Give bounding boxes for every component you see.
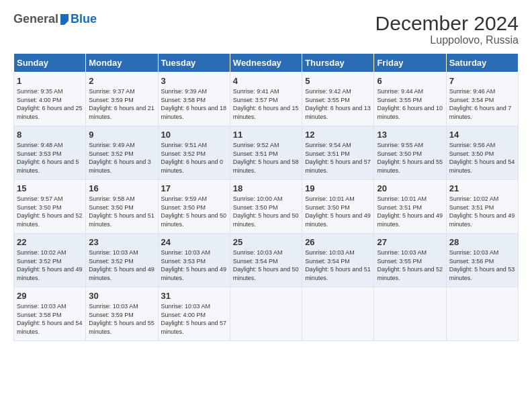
title-area: December 2024 Luppolovo, Russia [375, 12, 519, 46]
logo: General Blue [13, 12, 97, 26]
day-number: 10 [161, 130, 227, 140]
calendar-cell [230, 287, 302, 341]
day-number: 29 [17, 291, 83, 301]
day-number: 12 [305, 130, 371, 140]
cell-info: Sunrise: 9:55 AMSunset: 3:50 PMDaylight:… [377, 142, 443, 174]
calendar-cell: 21Sunrise: 10:02 AMSunset: 3:51 PMDaylig… [446, 180, 518, 234]
page-subtitle: Luppolovo, Russia [375, 34, 519, 46]
day-number: 16 [89, 183, 154, 193]
cell-info: Sunrise: 10:02 AMSunset: 3:52 PMDaylight… [17, 249, 83, 281]
col-header-tuesday: Tuesday [158, 54, 230, 73]
calendar-cell [302, 287, 374, 341]
col-header-thursday: Thursday [302, 54, 374, 73]
cell-info: Sunrise: 10:02 AMSunset: 3:51 PMDaylight… [449, 195, 515, 228]
day-number: 24 [161, 237, 227, 247]
week-row-2: 8Sunrise: 9:48 AMSunset: 3:53 PMDaylight… [14, 126, 519, 180]
day-number: 27 [377, 237, 443, 247]
day-number: 18 [233, 183, 299, 193]
cell-info: Sunrise: 10:01 AMSunset: 3:50 PMDaylight… [305, 195, 371, 228]
day-number: 13 [377, 130, 443, 140]
calendar-cell: 18Sunrise: 10:00 AMSunset: 3:50 PMDaylig… [230, 180, 302, 234]
cell-info: Sunrise: 10:03 AMSunset: 3:53 PMDaylight… [161, 249, 227, 281]
calendar-cell: 14Sunrise: 9:56 AMSunset: 3:50 PMDayligh… [446, 126, 518, 180]
cell-info: Sunrise: 9:37 AMSunset: 3:59 PMDaylight:… [89, 88, 154, 120]
logo-general: General [13, 12, 58, 26]
col-header-monday: Monday [86, 54, 158, 73]
day-number: 3 [161, 76, 227, 86]
cell-info: Sunrise: 9:57 AMSunset: 3:50 PMDaylight:… [17, 195, 83, 228]
cell-info: Sunrise: 10:00 AMSunset: 3:50 PMDaylight… [233, 195, 299, 228]
cell-info: Sunrise: 10:03 AMSunset: 3:58 PMDaylight… [17, 303, 83, 335]
day-number: 20 [377, 183, 443, 193]
cell-info: Sunrise: 9:35 AMSunset: 4:00 PMDaylight:… [17, 88, 83, 120]
day-number: 11 [233, 130, 299, 140]
day-number: 1 [17, 76, 83, 86]
calendar-cell: 2Sunrise: 9:37 AMSunset: 3:59 PMDaylight… [86, 73, 158, 126]
calendar-cell: 6Sunrise: 9:44 AMSunset: 3:55 PMDaylight… [374, 73, 446, 126]
calendar-cell: 3Sunrise: 9:39 AMSunset: 3:58 PMDaylight… [158, 73, 230, 126]
day-number: 21 [449, 183, 515, 193]
calendar-cell: 10Sunrise: 9:51 AMSunset: 3:52 PMDayligh… [158, 126, 230, 180]
week-row-1: 1Sunrise: 9:35 AMSunset: 4:00 PMDaylight… [14, 73, 519, 126]
week-row-5: 29Sunrise: 10:03 AMSunset: 3:58 PMDaylig… [14, 287, 519, 341]
cell-info: Sunrise: 9:49 AMSunset: 3:52 PMDaylight:… [89, 142, 151, 174]
week-row-4: 22Sunrise: 10:02 AMSunset: 3:52 PMDaylig… [14, 234, 519, 287]
svg-marker-0 [60, 14, 69, 25]
calendar-cell: 23Sunrise: 10:03 AMSunset: 3:52 PMDaylig… [86, 234, 158, 287]
day-number: 9 [89, 130, 154, 140]
cell-info: Sunrise: 9:52 AMSunset: 3:51 PMDaylight:… [233, 142, 299, 174]
calendar-cell: 11Sunrise: 9:52 AMSunset: 3:51 PMDayligh… [230, 126, 302, 180]
calendar-cell: 26Sunrise: 10:03 AMSunset: 3:54 PMDaylig… [302, 234, 374, 287]
day-number: 28 [449, 237, 515, 247]
page-title: December 2024 [375, 12, 519, 34]
cell-info: Sunrise: 9:54 AMSunset: 3:51 PMDaylight:… [305, 142, 371, 174]
cell-info: Sunrise: 9:59 AMSunset: 3:50 PMDaylight:… [161, 195, 227, 228]
cell-info: Sunrise: 10:03 AMSunset: 3:52 PMDaylight… [89, 249, 154, 281]
day-number: 5 [305, 76, 371, 86]
calendar-cell: 29Sunrise: 10:03 AMSunset: 3:58 PMDaylig… [14, 287, 86, 341]
col-header-friday: Friday [374, 54, 446, 73]
day-number: 4 [233, 76, 299, 86]
cell-info: Sunrise: 9:42 AMSunset: 3:55 PMDaylight:… [305, 88, 371, 120]
cell-info: Sunrise: 9:56 AMSunset: 3:50 PMDaylight:… [449, 142, 515, 174]
logo-blue: Blue [71, 12, 97, 26]
day-number: 22 [17, 237, 83, 247]
col-header-sunday: Sunday [14, 54, 86, 73]
col-header-saturday: Saturday [446, 54, 518, 73]
cell-info: Sunrise: 10:03 AMSunset: 3:54 PMDaylight… [233, 249, 299, 281]
calendar-cell: 27Sunrise: 10:03 AMSunset: 3:55 PMDaylig… [374, 234, 446, 287]
calendar-cell: 5Sunrise: 9:42 AMSunset: 3:55 PMDaylight… [302, 73, 374, 126]
cell-info: Sunrise: 9:41 AMSunset: 3:57 PMDaylight:… [233, 88, 299, 120]
calendar-cell: 25Sunrise: 10:03 AMSunset: 3:54 PMDaylig… [230, 234, 302, 287]
cell-info: Sunrise: 9:44 AMSunset: 3:55 PMDaylight:… [377, 88, 443, 120]
col-header-wednesday: Wednesday [230, 54, 302, 73]
calendar-cell: 16Sunrise: 9:58 AMSunset: 3:50 PMDayligh… [86, 180, 158, 234]
calendar-cell: 17Sunrise: 9:59 AMSunset: 3:50 PMDayligh… [158, 180, 230, 234]
cell-info: Sunrise: 10:03 AMSunset: 3:59 PMDaylight… [89, 303, 154, 335]
calendar-cell: 22Sunrise: 10:02 AMSunset: 3:52 PMDaylig… [14, 234, 86, 287]
cell-info: Sunrise: 9:58 AMSunset: 3:50 PMDaylight:… [89, 195, 154, 228]
calendar-cell: 19Sunrise: 10:01 AMSunset: 3:50 PMDaylig… [302, 180, 374, 234]
day-number: 6 [377, 76, 443, 86]
week-row-3: 15Sunrise: 9:57 AMSunset: 3:50 PMDayligh… [14, 180, 519, 234]
calendar-cell: 20Sunrise: 10:01 AMSunset: 3:51 PMDaylig… [374, 180, 446, 234]
day-number: 8 [17, 130, 83, 140]
calendar-cell [446, 287, 518, 341]
cell-info: Sunrise: 9:48 AMSunset: 3:53 PMDaylight:… [17, 142, 79, 174]
page: General Blue December 2024 Luppolovo, Ru… [0, 0, 532, 348]
cell-info: Sunrise: 10:03 AMSunset: 3:54 PMDaylight… [305, 249, 371, 281]
calendar-cell: 31Sunrise: 10:03 AMSunset: 4:00 PMDaylig… [158, 287, 230, 341]
day-number: 7 [449, 76, 515, 86]
header: General Blue December 2024 Luppolovo, Ru… [13, 12, 519, 46]
day-number: 15 [17, 183, 83, 193]
cell-info: Sunrise: 9:39 AMSunset: 3:58 PMDaylight:… [161, 88, 227, 120]
calendar-cell: 8Sunrise: 9:48 AMSunset: 3:53 PMDaylight… [14, 126, 86, 180]
cell-info: Sunrise: 9:46 AMSunset: 3:54 PMDaylight:… [449, 88, 512, 120]
cell-info: Sunrise: 10:03 AMSunset: 4:00 PMDaylight… [161, 303, 227, 335]
calendar-cell: 13Sunrise: 9:55 AMSunset: 3:50 PMDayligh… [374, 126, 446, 180]
day-number: 25 [233, 237, 299, 247]
calendar-cell: 7Sunrise: 9:46 AMSunset: 3:54 PMDaylight… [446, 73, 518, 126]
cell-info: Sunrise: 10:03 AMSunset: 3:55 PMDaylight… [377, 249, 443, 281]
day-number: 31 [161, 291, 227, 301]
calendar-cell: 1Sunrise: 9:35 AMSunset: 4:00 PMDaylight… [14, 73, 86, 126]
